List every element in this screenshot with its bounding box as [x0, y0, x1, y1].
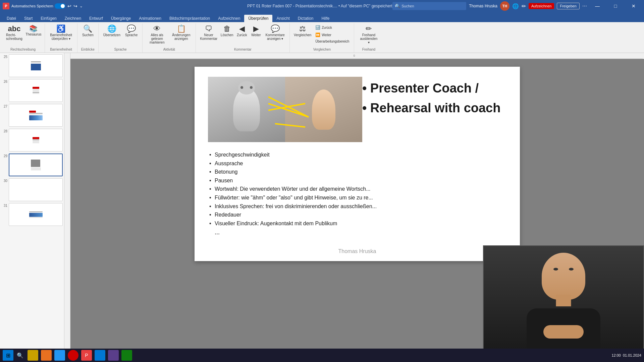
accept-icon: 🔙: [315, 25, 320, 30]
tab-animationen[interactable]: Animationen: [135, 15, 165, 22]
slide-thumb-29[interactable]: 29: [1, 154, 63, 176]
taskbar-app-6[interactable]: [108, 350, 119, 361]
aktivitaet-label: Aktivität: [163, 48, 175, 52]
back-icon: ◀: [239, 25, 245, 33]
loeschen-button[interactable]: 🗑 Löschen: [219, 24, 234, 38]
thesaurus-button[interactable]: 📚 Thesaurus: [25, 24, 42, 37]
barrierefreiheit-button[interactable]: ♿ Barrierefreiheitüberprüfen ▾: [48, 24, 74, 42]
tab-zeichnen[interactable]: Zeichnen: [61, 15, 85, 22]
start-button[interactable]: ⊞: [3, 350, 13, 361]
tab-hilfe[interactable]: Hilfe: [317, 15, 333, 22]
slide-thumb-30[interactable]: 30: [1, 178, 63, 201]
video-overlay[interactable]: [483, 245, 644, 353]
autosave-toggle[interactable]: [55, 3, 65, 9]
title-bar: P Automatisches Speichern ↩ ↪ ⌄ PPT 01 R…: [0, 0, 644, 12]
aenderungen-button[interactable]: 📋 Änderungenanzeigen: [169, 24, 193, 42]
taskbar-time: 12:00: [611, 353, 621, 357]
slide-bullet-7: Inklusives Sprechen: frei von diskrimini…: [208, 202, 517, 211]
canvas-area[interactable]: 0: [64, 53, 644, 353]
ribbon-group-sprache: 🌐 Übersetzen 💬 Sprache Sprache: [99, 23, 143, 53]
ribbon-tabs: Datei Start Einfügen Zeichnen Entwurf Üb…: [0, 12, 644, 22]
taskbar-app-1[interactable]: [28, 350, 38, 361]
language-icon: 💬: [127, 25, 136, 33]
dropdown-arrow[interactable]: ▾: [395, 4, 397, 8]
tab-uebergaenge[interactable]: Übergänge: [107, 15, 135, 22]
slide-canvas[interactable]: • Presenter Coach / • Rehearsal with coa…: [195, 67, 520, 261]
bearbeitungsbereich-button[interactable]: Überarbeitungsbereich: [313, 39, 351, 44]
rechtschreibung-button[interactable]: abc Recht-schreibung: [4, 24, 24, 42]
slide-thumb-28[interactable]: 28: [1, 129, 63, 152]
minimize-button[interactable]: —: [590, 0, 605, 12]
qat-more-icon[interactable]: ⌄: [79, 4, 83, 8]
weiter-button[interactable]: ▶ Weiter: [249, 24, 263, 38]
suchen-button[interactable]: 🔍 Suchen: [80, 24, 96, 38]
search-bar[interactable]: 🔍 Suchen: [392, 2, 466, 10]
user-avatar: TH: [500, 1, 509, 11]
kommentare-anzeigen-button[interactable]: 💬 Kommentareanzeigen ▾: [263, 24, 287, 42]
pen-icon[interactable]: ✏: [522, 3, 526, 9]
record-button[interactable]: Aufzeichnen: [529, 3, 554, 9]
neuer-kommentar-button[interactable]: 🗨 NeuerKommentar: [199, 24, 219, 42]
ribbon: abc Recht-schreibung 📚 Thesaurus Rechtsc…: [0, 22, 644, 53]
app-icon: P: [3, 3, 9, 9]
slide-bullet-1: Sprechgeschwindigkeit: [208, 150, 517, 159]
taskbar-date: 01.01.2024: [623, 353, 641, 357]
uebersetzen-button[interactable]: 🌐 Übersetzen: [101, 24, 122, 38]
tab-bildschirmpraesentation[interactable]: Bildschirmpräsentation: [165, 15, 214, 22]
share-button[interactable]: Freigeben: [557, 3, 580, 9]
slide-footer: Thomas Hruska: [195, 248, 520, 254]
annehmen-button[interactable]: 🔙 Zurück: [313, 24, 351, 31]
forward-icon: ▶: [253, 25, 259, 33]
freihand-ausblenden-button[interactable]: ✏ Freihandausblenden ▾: [357, 24, 380, 45]
reject-icon: ⏩: [315, 33, 320, 37]
slide-thumb-25[interactable]: 25: [1, 54, 63, 77]
collab-icon[interactable]: 🌐: [512, 3, 519, 9]
vergleichen-label: Vergleichen: [313, 48, 331, 52]
sprache-button[interactable]: 💬 Sprache: [123, 24, 140, 38]
taskbar: ⊞ 🔍 P 12:00 01.01.2024: [0, 349, 644, 362]
sprache-label: Sprache: [114, 48, 126, 52]
slide-thumb-31[interactable]: 31: [1, 203, 63, 226]
slide-thumb-26[interactable]: 26: [1, 79, 63, 102]
ablehnen-button[interactable]: ⏩ Weiter: [313, 32, 351, 38]
slide-thumb-27[interactable]: 27: [1, 104, 63, 127]
tab-einfuegen[interactable]: Einfügen: [37, 15, 60, 22]
vergleichen-button[interactable]: ⚖ Vergleichen: [292, 24, 313, 38]
slide-bullet-8: Rededauer: [208, 210, 517, 219]
slide-title-bullet-2: • Rehearsal with coach: [362, 100, 510, 116]
maximize-button[interactable]: □: [608, 0, 623, 12]
main-area: 25 26: [0, 53, 644, 353]
ink-hide-icon: ✏: [366, 25, 372, 33]
taskbar-app-3[interactable]: [54, 350, 65, 361]
taskbar-app-5[interactable]: [95, 350, 105, 361]
tab-ansicht[interactable]: Ansicht: [272, 15, 293, 22]
barrierefreiheit-label: Barrierefreiheit: [50, 48, 72, 52]
changes-icon: 📋: [177, 25, 186, 33]
taskbar-app-2[interactable]: [41, 350, 52, 361]
close-button[interactable]: ✕: [626, 0, 641, 12]
zurueck-button[interactable]: ◀ Zurück: [235, 24, 249, 38]
search-taskbar-icon[interactable]: 🔍: [15, 350, 25, 361]
alles-gelesen-button[interactable]: 👁 Alles als gelesenmarkieren: [145, 24, 169, 45]
tab-aufzeichnen[interactable]: Aufzeichnen: [214, 15, 244, 22]
undo-icon[interactable]: ↩: [67, 3, 71, 9]
slide-image[interactable]: [208, 77, 362, 142]
tab-ueberprufen[interactable]: Überprüfen: [244, 15, 272, 22]
user-name: Thomas Hruska: [469, 4, 497, 8]
tab-entwurf[interactable]: Entwurf: [85, 15, 107, 22]
tab-datei[interactable]: Datei: [3, 15, 20, 22]
ruler-horizontal: 0: [64, 53, 644, 59]
slide-panel[interactable]: 25 26: [0, 53, 64, 353]
taskbar-app-4[interactable]: [68, 350, 78, 361]
taskbar-right: 12:00 01.01.2024: [611, 353, 641, 357]
more-icon[interactable]: ⋯: [582, 3, 587, 9]
video-feed: [484, 246, 643, 352]
show-comments-icon: 💬: [271, 25, 280, 33]
kommentar-label: Kommentar: [234, 48, 252, 52]
taskbar-app-7[interactable]: [121, 350, 132, 361]
taskbar-powerpoint[interactable]: P: [81, 350, 92, 361]
tab-dictation[interactable]: Dictation: [294, 15, 318, 22]
redo-icon[interactable]: ↪: [73, 3, 77, 9]
slide-bullet-9: Visueller Eindruck: Augenkontakt mit dem…: [208, 219, 517, 228]
tab-start[interactable]: Start: [20, 15, 37, 22]
